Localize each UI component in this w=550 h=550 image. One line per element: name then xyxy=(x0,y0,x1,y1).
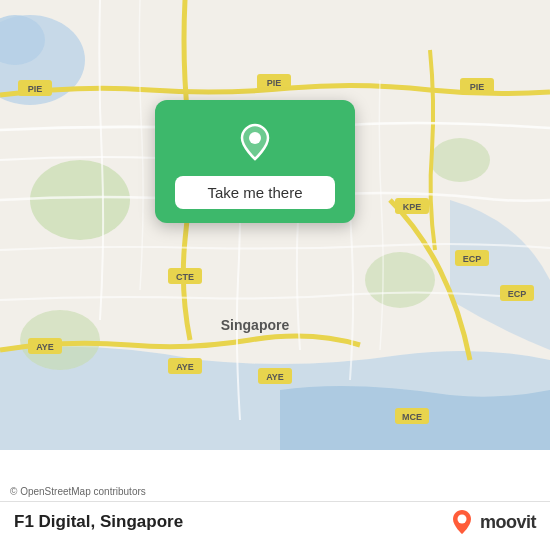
bottom-bar: © OpenStreetMap contributors F1 Digital,… xyxy=(0,450,550,550)
take-me-there-button[interactable]: Take me there xyxy=(175,176,335,209)
svg-text:ECP: ECP xyxy=(508,289,527,299)
svg-text:AYE: AYE xyxy=(266,372,284,382)
svg-text:PIE: PIE xyxy=(470,82,485,92)
svg-point-4 xyxy=(365,252,435,308)
place-subtitle-text: Singapore xyxy=(100,512,183,531)
svg-text:ECP: ECP xyxy=(463,254,482,264)
svg-point-3 xyxy=(30,160,130,240)
place-name-text: F1 Digital xyxy=(14,512,91,531)
svg-text:KPE: KPE xyxy=(403,202,422,212)
moovit-pin-icon xyxy=(448,508,476,536)
location-card: Take me there xyxy=(155,100,355,223)
moovit-label-text: moovit xyxy=(480,512,536,533)
svg-text:MCE: MCE xyxy=(402,412,422,422)
copyright-text: © OpenStreetMap contributors xyxy=(10,486,146,497)
copyright-row: © OpenStreetMap contributors xyxy=(0,482,550,501)
place-name: F1 Digital, Singapore xyxy=(14,512,183,531)
svg-point-33 xyxy=(457,515,466,524)
svg-text:PIE: PIE xyxy=(28,84,43,94)
map-view: PIE PIE PIE CTE CTE KPE ECP ECP AYE AYE … xyxy=(0,0,550,450)
svg-point-32 xyxy=(249,132,261,144)
svg-text:AYE: AYE xyxy=(36,342,54,352)
svg-text:AYE: AYE xyxy=(176,362,194,372)
svg-text:PIE: PIE xyxy=(267,78,282,88)
svg-point-6 xyxy=(430,138,490,182)
location-row: F1 Digital, Singapore moovit xyxy=(0,502,550,542)
place-info: F1 Digital, Singapore xyxy=(14,512,183,532)
svg-text:CTE: CTE xyxy=(176,272,194,282)
location-pin-icon xyxy=(231,118,279,166)
moovit-logo[interactable]: moovit xyxy=(448,508,536,536)
svg-text:Singapore: Singapore xyxy=(221,317,290,333)
